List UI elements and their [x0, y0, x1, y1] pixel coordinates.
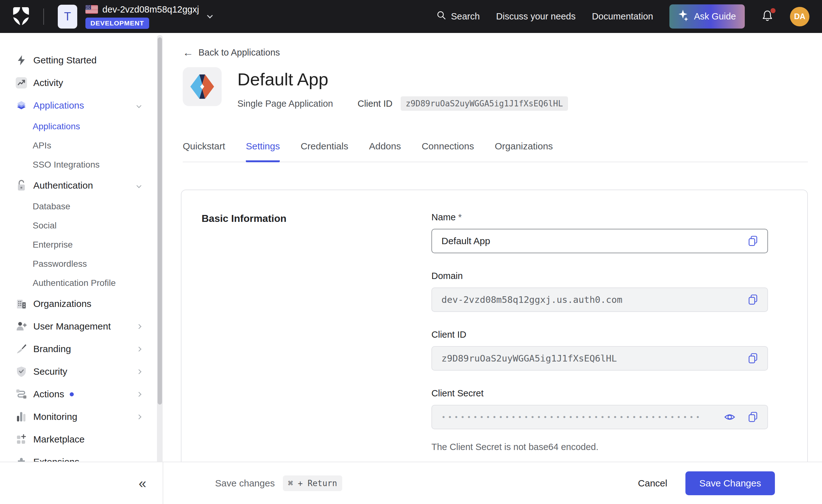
main-content: ← Back to Applications Default App Singl…: [163, 33, 822, 504]
client-id-label: Client ID: [358, 99, 392, 109]
required-asterisk: *: [458, 212, 462, 223]
tab-organizations[interactable]: Organizations: [495, 141, 553, 162]
sidebar-item-label: Activity: [33, 78, 63, 88]
tab-connections[interactable]: Connections: [422, 141, 474, 162]
sidebar-item-label: Authentication Profile: [33, 278, 116, 288]
sidebar-item-sso-integrations[interactable]: SSO Integrations: [0, 155, 163, 174]
sidebar-item-authentication[interactable]: Authentication: [0, 174, 163, 197]
tenant-initial-tile[interactable]: T: [58, 5, 77, 29]
client-id-input[interactable]: [431, 346, 768, 371]
sidebar: Getting Started Activity: [0, 33, 163, 504]
chevron-right-icon: [136, 392, 141, 397]
sidebar-scrollbar-track: [157, 35, 163, 495]
new-indicator-dot: [70, 392, 74, 396]
sidebar-item-monitoring[interactable]: Monitoring: [0, 405, 163, 428]
cancel-button[interactable]: Cancel: [638, 478, 667, 489]
user-avatar[interactable]: DA: [790, 7, 809, 26]
client-id-field-label: Client ID: [431, 330, 466, 340]
discuss-label: Discuss your needs: [496, 11, 575, 22]
lightning-icon: [16, 55, 27, 66]
sidebar-item-label: Security: [33, 366, 67, 377]
sidebar-item-user-management[interactable]: User Management: [0, 315, 163, 338]
arrow-left-icon: ←: [183, 47, 193, 58]
keyboard-shortcut-chip: ⌘ + Return: [283, 475, 342, 491]
domain-label: Domain: [431, 271, 463, 281]
tab-quickstart[interactable]: Quickstart: [183, 141, 225, 162]
client-secret-label: Client Secret: [431, 388, 483, 399]
domain-input[interactable]: [431, 287, 768, 312]
flow-icon: [16, 389, 27, 400]
name-input[interactable]: [431, 229, 768, 253]
copy-icon[interactable]: [747, 294, 759, 305]
shield-check-icon: [16, 366, 27, 377]
topbar: T dev-2vzd08m58q12ggxj DEVELOPMENT: [0, 0, 822, 33]
search-label: Search: [451, 11, 480, 22]
sidebar-item-branding[interactable]: Branding: [0, 338, 163, 360]
tenant-switcher[interactable]: dev-2vzd08m58q12ggxj DEVELOPMENT: [85, 4, 212, 29]
search-icon: [436, 10, 446, 23]
page-title: Default App: [238, 69, 568, 89]
chevron-right-icon: [136, 324, 141, 329]
sidebar-item-getting-started[interactable]: Getting Started: [0, 49, 163, 72]
user-gear-icon: [16, 321, 27, 332]
sidebar-item-label: Monitoring: [33, 411, 77, 422]
documentation-link[interactable]: Documentation: [592, 11, 653, 22]
tab-settings[interactable]: Settings: [246, 141, 280, 162]
chevron-down-icon: [136, 183, 141, 188]
tab-bar: Quickstart Settings Credentials Addons C…: [183, 141, 808, 162]
sidebar-item-social[interactable]: Social: [0, 216, 163, 235]
search-button[interactable]: Search: [436, 10, 480, 23]
layers-icon: [16, 100, 27, 111]
copy-icon[interactable]: [747, 411, 759, 423]
copy-icon[interactable]: [747, 235, 759, 247]
sidebar-item-label: Social: [33, 221, 56, 231]
save-changes-button[interactable]: Save Changes: [686, 471, 775, 495]
sidebar-item-apis[interactable]: APIs: [0, 136, 163, 155]
app-logo-tile: [183, 67, 222, 106]
sidebar-item-actions[interactable]: Actions: [0, 383, 163, 405]
client-secret-input[interactable]: [431, 405, 768, 429]
basic-information-card: Basic Information Name *: [181, 190, 808, 481]
sidebar-item-label: Database: [33, 201, 70, 212]
activity-chart-icon: [16, 77, 27, 88]
sidebar-item-applications[interactable]: Applications: [0, 94, 163, 117]
paintbrush-icon: [16, 343, 27, 355]
bar-chart-icon: [16, 411, 27, 422]
lock-icon: [16, 180, 27, 191]
marketplace-icon: [16, 434, 27, 445]
sidebar-item-label: Marketplace: [33, 434, 84, 445]
sidebar-item-authentication-profile[interactable]: Authentication Profile: [0, 273, 163, 292]
sidebar-item-organizations[interactable]: Organizations: [0, 292, 163, 315]
section-title: Basic Information: [201, 213, 431, 224]
sidebar-item-applications-sub[interactable]: Applications: [0, 117, 163, 136]
notifications-button[interactable]: [761, 9, 774, 24]
sidebar-item-label: Passwordless: [33, 259, 87, 269]
sidebar-item-enterprise[interactable]: Enterprise: [0, 235, 163, 254]
app-logo-icon: [188, 72, 216, 101]
tenant-name: dev-2vzd08m58q12ggxj: [102, 4, 199, 15]
sidebar-item-label: Applications: [33, 121, 80, 131]
tab-addons[interactable]: Addons: [369, 141, 401, 162]
discuss-your-needs-link[interactable]: Discuss your needs: [496, 11, 575, 22]
back-to-applications-link[interactable]: ← Back to Applications: [183, 47, 808, 58]
eye-icon[interactable]: [724, 411, 735, 423]
tab-credentials[interactable]: Credentials: [301, 141, 348, 162]
sparkle-icon: [678, 9, 689, 24]
building-icon: [16, 298, 27, 309]
sidebar-item-activity[interactable]: Activity: [0, 72, 163, 94]
name-label: Name: [431, 212, 456, 223]
ask-guide-button[interactable]: Ask Guide: [670, 4, 745, 29]
sidebar-item-label: User Management: [33, 321, 111, 332]
ask-guide-label: Ask Guide: [694, 11, 736, 22]
sidebar-item-database[interactable]: Database: [0, 197, 163, 216]
sidebar-item-label: Organizations: [33, 298, 91, 309]
sidebar-item-label: Branding: [33, 344, 71, 354]
sidebar-item-security[interactable]: Security: [0, 360, 163, 383]
collapse-sidebar-button[interactable]: «: [139, 476, 146, 490]
copy-icon[interactable]: [747, 353, 759, 364]
sidebar-item-marketplace[interactable]: Marketplace: [0, 428, 163, 451]
back-link-label: Back to Applications: [198, 47, 280, 58]
client-id-chip[interactable]: z9D89ruOaS2uyWGGA5ig1J1fXsEQ6lHL: [401, 96, 568, 111]
sidebar-scrollbar-thumb[interactable]: [157, 37, 162, 405]
sidebar-item-passwordless[interactable]: Passwordless: [0, 254, 163, 273]
